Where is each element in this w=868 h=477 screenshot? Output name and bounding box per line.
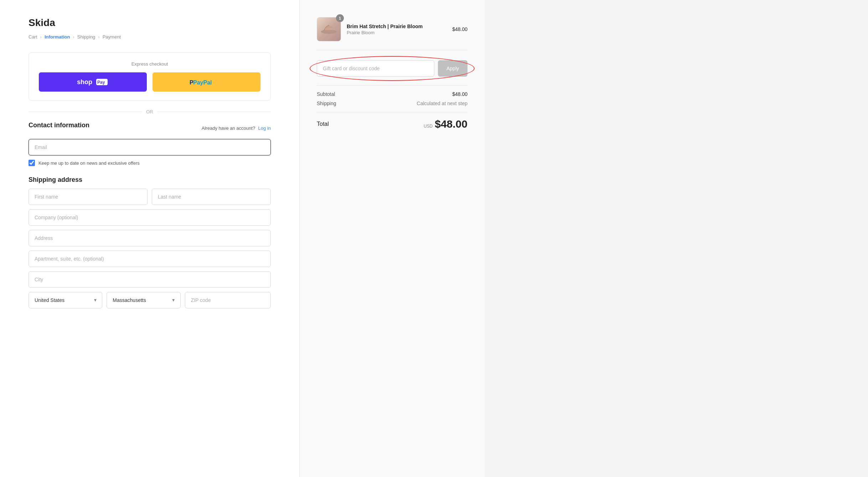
company-group	[29, 209, 271, 226]
discount-section: Apply	[317, 60, 467, 77]
name-row	[29, 189, 271, 205]
breadcrumb-sep-2: ›	[73, 34, 74, 40]
hat-illustration	[320, 20, 338, 38]
express-checkout-label: Express checkout	[39, 61, 260, 67]
contact-title: Contact information	[29, 122, 89, 129]
express-checkout-box: Express checkout shop Pay P PayPal	[29, 52, 271, 101]
left-panel: Skida Cart › Information › Shipping › Pa…	[0, 0, 299, 477]
city-input[interactable]	[29, 271, 271, 288]
first-name-input[interactable]	[29, 189, 148, 205]
product-image-wrapper: 1	[317, 17, 341, 41]
shop-pay-icon: shop Pay	[77, 78, 109, 86]
country-select-wrapper: United States ▼	[29, 292, 102, 308]
email-group	[29, 139, 271, 155]
login-link[interactable]: Log in	[258, 125, 271, 131]
right-panel: 1 Brim Hat Stretch | Prairie Bloom Prair…	[299, 0, 485, 477]
shop-pay-button[interactable]: shop Pay	[39, 72, 147, 92]
zip-input[interactable]	[185, 292, 271, 308]
shipping-title: Shipping address	[29, 176, 271, 184]
newsletter-checkbox[interactable]	[29, 160, 35, 166]
product-quantity-badge: 1	[336, 14, 344, 22]
breadcrumb-payment: Payment	[103, 34, 121, 40]
total-label: Total	[317, 121, 329, 127]
shipping-value: Calculated at next step	[417, 101, 467, 106]
contact-section-header: Contact information Already have an acco…	[29, 122, 271, 134]
svg-point-6	[321, 30, 337, 34]
product-price: $48.00	[452, 26, 467, 32]
total-row: Total USD $48.00	[317, 112, 467, 130]
country-select[interactable]: United States	[29, 292, 102, 308]
product-name: Brim Hat Stretch | Prairie Bloom	[347, 24, 446, 29]
svg-text:Pay: Pay	[97, 80, 105, 85]
svg-rect-7	[325, 28, 333, 30]
country-row: United States ▼ Massachusetts ▼	[29, 292, 271, 308]
discount-code-input[interactable]	[317, 60, 434, 77]
company-input[interactable]	[29, 209, 271, 226]
total-amount-wrapper: USD $48.00	[424, 118, 467, 130]
apt-input[interactable]	[29, 251, 271, 267]
product-row: 1 Brim Hat Stretch | Prairie Bloom Prair…	[317, 17, 467, 50]
apt-group	[29, 251, 271, 267]
breadcrumb-shipping: Shipping	[77, 34, 95, 40]
subtotal-row: Subtotal $48.00	[317, 91, 467, 97]
breadcrumb-information[interactable]: Information	[45, 34, 70, 40]
last-name-input[interactable]	[152, 189, 271, 205]
state-select-wrapper: Massachusetts ▼	[107, 292, 180, 308]
svg-text:shop: shop	[77, 78, 92, 86]
breadcrumb-sep-1: ›	[40, 34, 42, 40]
breadcrumb-cart[interactable]: Cart	[29, 34, 37, 40]
total-currency: USD	[424, 124, 433, 129]
subtotal-value: $48.00	[452, 91, 467, 97]
summary-rows: Subtotal $48.00 Shipping Calculated at n…	[317, 85, 467, 106]
login-prompt: Already have an account? Log in	[202, 125, 271, 131]
address-input[interactable]	[29, 230, 271, 246]
brand-title: Skida	[29, 17, 271, 29]
or-divider: OR	[29, 109, 271, 114]
city-group	[29, 271, 271, 288]
svg-text:PayPal: PayPal	[193, 80, 212, 86]
newsletter-row: Keep me up to date on news and exclusive…	[29, 160, 271, 166]
newsletter-label[interactable]: Keep me up to date on news and exclusive…	[38, 160, 140, 166]
apply-button[interactable]: Apply	[438, 60, 467, 77]
express-buttons: shop Pay P PayPal	[39, 72, 260, 92]
address-group	[29, 230, 271, 246]
product-variant: Prairie Bloom	[347, 30, 446, 35]
breadcrumb-sep-3: ›	[98, 34, 99, 40]
shipping-row: Shipping Calculated at next step	[317, 101, 467, 106]
breadcrumb: Cart › Information › Shipping › Payment	[29, 34, 271, 40]
product-info: Brim Hat Stretch | Prairie Bloom Prairie…	[347, 24, 446, 35]
paypal-button[interactable]: P PayPal	[153, 72, 260, 92]
paypal-icon: P PayPal	[189, 77, 224, 87]
state-select[interactable]: Massachusetts	[107, 292, 180, 308]
discount-row: Apply	[317, 60, 467, 77]
subtotal-label: Subtotal	[317, 91, 335, 97]
email-input[interactable]	[29, 139, 271, 155]
total-amount: $48.00	[435, 118, 467, 130]
shipping-label: Shipping	[317, 101, 336, 106]
